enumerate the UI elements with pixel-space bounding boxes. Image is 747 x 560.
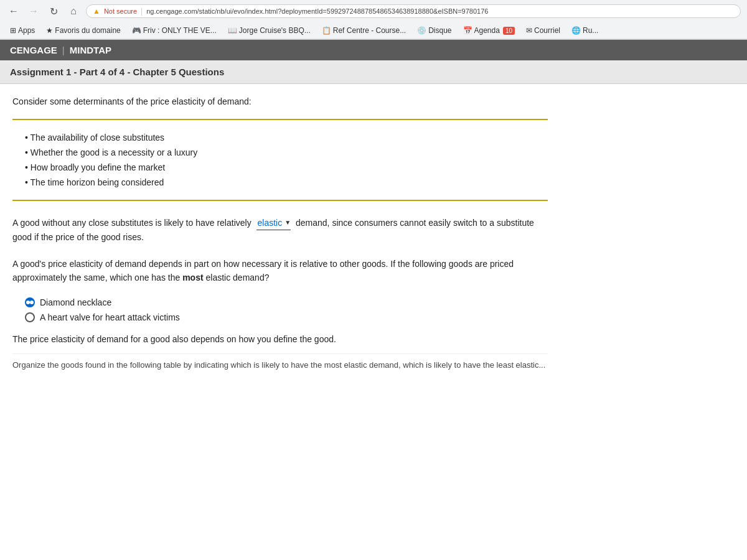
elasticity-dropdown[interactable]: elastic ▼ — [256, 216, 291, 230]
product-name: MINDTAP — [70, 45, 111, 55]
brand-name: CENGAGE — [10, 45, 57, 55]
address-bar[interactable]: ▲ Not secure | ng.cengage.com/static/nb/… — [86, 4, 741, 18]
question2-block: A good's price elasticity of demand depe… — [12, 257, 548, 285]
apps-icon: ⊞ — [10, 26, 16, 35]
bookmarks-bar: ⊞ Apps ★ Favoris du domaine 🎮 Friv : ONL… — [0, 22, 747, 39]
bookmark-friv-label: Friv : ONLY THE VE... — [143, 26, 217, 35]
bookmark-ru[interactable]: 🌐 Ru... — [568, 25, 602, 36]
forward-button[interactable]: → — [26, 4, 41, 19]
bookmark-ref-label: Ref Centre - Course... — [333, 26, 406, 35]
header-separator: | — [62, 45, 65, 55]
page-title: Assignment 1 - Part 4 of 4 - Chapter 5 Q… — [10, 67, 224, 77]
back-button[interactable]: ← — [6, 4, 21, 19]
favoris-icon: ★ — [46, 26, 53, 35]
bookmark-friv[interactable]: 🎮 Friv : ONLY THE VE... — [128, 25, 220, 36]
jorge-icon: 📖 — [228, 26, 237, 35]
bookmark-disque[interactable]: 💿 Disque — [413, 25, 455, 36]
radio-group: Diamond necklace A heart valve for heart… — [25, 297, 548, 322]
question1-block: A good without any close substitutes is … — [12, 216, 548, 245]
list-item: Whether the good is a necessity or a lux… — [25, 145, 535, 160]
app-header: CENGAGE | MINDTAP — [0, 40, 747, 60]
main-content: Consider some determinants of the price … — [0, 84, 560, 385]
lock-icon: ▲ — [93, 7, 100, 16]
intro-text: Consider some determinants of the price … — [12, 96, 548, 106]
q2-bold-text: most — [182, 273, 203, 282]
bookmark-courriel-label: Courriel — [534, 26, 560, 35]
radio-heartvalve-label: A heart valve for heart attack victims — [40, 312, 180, 322]
ref-icon: 📋 — [322, 26, 331, 35]
bottom-paragraph: The price elasticity of demand for a goo… — [12, 332, 548, 346]
bookmark-apps-label: Apps — [18, 26, 35, 35]
radio-heartvalve-indicator — [25, 312, 35, 322]
bookmark-apps[interactable]: ⊞ Apps — [6, 25, 39, 36]
dropdown-value: elastic — [256, 216, 284, 230]
disque-icon: 💿 — [417, 26, 426, 35]
bookmark-favoris[interactable]: ★ Favoris du domaine — [42, 25, 124, 36]
list-item: How broadly you define the market — [25, 160, 535, 175]
home-button[interactable]: ⌂ — [66, 4, 81, 19]
list-item: The time horizon being considered — [25, 175, 535, 190]
friv-icon: 🎮 — [132, 26, 141, 35]
bookmark-jorge-label: Jorge Cruise's BBQ... — [239, 26, 311, 35]
bookmark-ru-label: Ru... — [583, 26, 598, 35]
bookmark-ref[interactable]: 📋 Ref Centre - Course... — [318, 25, 410, 36]
bookmark-courriel[interactable]: ✉ Courriel — [522, 25, 564, 36]
bookmark-disque-label: Disque — [428, 26, 451, 35]
bullet-list: The availability of close substitutes Wh… — [25, 130, 535, 190]
dropdown-arrow-icon: ▼ — [284, 218, 291, 228]
reload-button[interactable]: ↻ — [46, 4, 61, 19]
q1-pre-text: A good without any close substitutes is … — [12, 218, 251, 228]
agenda-icon: 📅 — [463, 26, 472, 35]
agenda-badge: 10 — [503, 27, 515, 35]
bookmark-agenda-label: Agenda — [474, 26, 500, 35]
radio-diamond-indicator — [25, 297, 35, 307]
ru-icon: 🌐 — [571, 26, 581, 35]
security-label: Not secure — [104, 7, 137, 15]
bookmark-agenda[interactable]: 📅 Agenda 10 — [459, 25, 519, 36]
courriel-icon: ✉ — [526, 26, 532, 35]
radio-option-heart-valve[interactable]: A heart valve for heart attack victims — [25, 312, 548, 322]
list-item: The availability of close substitutes — [25, 130, 535, 145]
q2-post-text: elastic demand? — [206, 273, 270, 282]
info-box: The availability of close substitutes Wh… — [12, 119, 548, 201]
page-title-bar: Assignment 1 - Part 4 of 4 - Chapter 5 Q… — [0, 60, 747, 84]
radio-diamond-label: Diamond necklace — [40, 297, 111, 307]
radio-option-diamond[interactable]: Diamond necklace — [25, 297, 548, 307]
bookmark-favoris-label: Favoris du domaine — [55, 26, 120, 35]
cut-off-text: Organize the goods found in the followin… — [12, 353, 548, 372]
url-text: ng.cengage.com/static/nb/ui/evo/index.ht… — [146, 7, 488, 15]
bookmark-jorge[interactable]: 📖 Jorge Cruise's BBQ... — [224, 25, 314, 36]
